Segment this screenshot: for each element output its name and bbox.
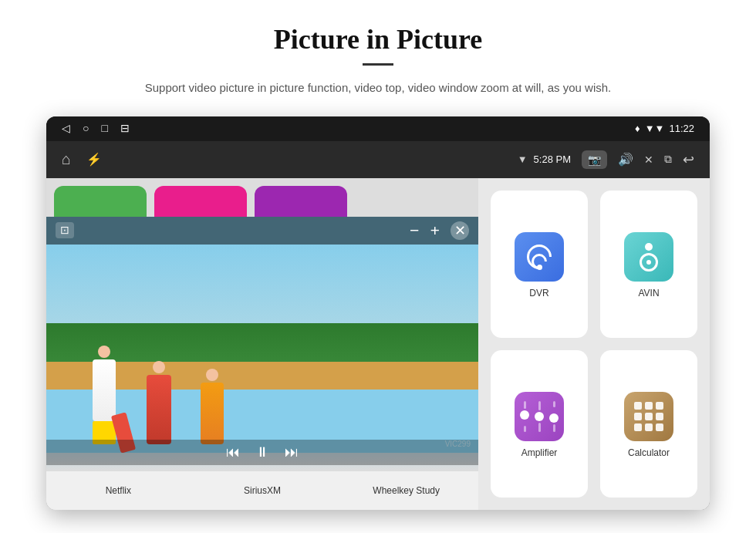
title-section: Picture in Picture Support video picture… bbox=[31, 23, 725, 98]
back-icon[interactable]: ↩ bbox=[683, 151, 694, 168]
beach-scene: VIC299 bbox=[46, 245, 478, 471]
app-bar: ⌂ ⚡ ▼ 5:28 PM 📷 🔊 ✕ ⧉ ↩ bbox=[46, 141, 710, 178]
skip-back-icon[interactable]: ⏮ bbox=[226, 444, 240, 460]
dvr-label: DVR bbox=[529, 288, 548, 299]
amplifier-symbol bbox=[517, 401, 562, 432]
dvr-app-icon bbox=[515, 232, 564, 282]
pip-window[interactable]: ⊡ − + ✕ bbox=[46, 217, 478, 471]
pip-close-button[interactable]: ✕ bbox=[451, 221, 469, 240]
pip-controls: − + ✕ bbox=[410, 221, 469, 241]
status-bar: ◁ ○ □ ⊟ ♦ ▼▼ 11:22 bbox=[46, 116, 710, 141]
signal-icon: ▼▼ bbox=[645, 123, 665, 134]
bottom-app-labels: Netflix SiriusXM Wheelkey Study bbox=[46, 471, 478, 510]
device-frame: ◁ ○ □ ⊟ ♦ ▼▼ 11:22 ⌂ ⚡ ▼ 5:28 PM bbox=[46, 116, 710, 510]
avin-symbol bbox=[640, 243, 658, 272]
calculator-app-card[interactable]: Calculator bbox=[600, 350, 697, 498]
wheelkey-label[interactable]: Wheelkey Study bbox=[334, 471, 478, 510]
usb-icon: ⚡ bbox=[86, 152, 102, 167]
avin-app-icon bbox=[624, 232, 673, 282]
clock: 11:22 bbox=[669, 123, 694, 134]
back-nav-icon[interactable]: ◁ bbox=[62, 122, 70, 135]
volume-icon[interactable]: 🔊 bbox=[618, 152, 633, 167]
pip-minus-button[interactable]: − bbox=[410, 221, 420, 241]
title-divider bbox=[363, 63, 393, 66]
calculator-symbol bbox=[631, 399, 667, 434]
calculator-app-icon bbox=[624, 392, 673, 441]
siriusxm-label[interactable]: SiriusXM bbox=[191, 471, 335, 510]
playback-controls[interactable]: ⏮ ⏸ ⏭ bbox=[46, 440, 478, 465]
media-nav-icon[interactable]: ⊟ bbox=[120, 122, 130, 135]
status-bar-right: ♦ ▼▼ 11:22 bbox=[635, 123, 694, 134]
app-grid-right: DVR AVIN bbox=[478, 178, 710, 510]
wifi-icon: ▼ bbox=[518, 153, 528, 165]
avin-app-card[interactable]: AVIN bbox=[600, 191, 697, 338]
person-2 bbox=[147, 361, 171, 444]
home-icon[interactable]: ⌂ bbox=[62, 150, 71, 168]
amplifier-app-card[interactable]: Amplifier bbox=[491, 350, 588, 498]
calculator-label: Calculator bbox=[628, 447, 670, 458]
pip-icon[interactable]: ⧉ bbox=[664, 153, 672, 166]
amplifier-app-icon bbox=[515, 392, 564, 441]
page-wrapper: Picture in Picture Support video picture… bbox=[0, 0, 756, 525]
main-area: ⊡ − + ✕ bbox=[46, 178, 710, 510]
dvr-symbol bbox=[527, 245, 552, 270]
netflix-label[interactable]: Netflix bbox=[46, 471, 191, 510]
close-icon[interactable]: ✕ bbox=[644, 153, 653, 166]
wifi-time: ▼ 5:28 PM bbox=[518, 153, 571, 165]
camera-badge[interactable]: 📷 bbox=[582, 150, 607, 169]
home-nav-icon[interactable]: ○ bbox=[83, 123, 89, 135]
app-bar-right: ▼ 5:28 PM 📷 🔊 ✕ ⧉ ↩ bbox=[518, 150, 694, 169]
app-bar-left: ⌂ ⚡ bbox=[62, 150, 102, 168]
play-pause-icon[interactable]: ⏸ bbox=[255, 444, 269, 460]
amplifier-label: Amplifier bbox=[521, 447, 558, 458]
camera-icon: 📷 bbox=[588, 153, 601, 166]
dvr-app-card[interactable]: DVR bbox=[491, 191, 588, 338]
skip-forward-icon[interactable]: ⏭ bbox=[285, 444, 299, 460]
time-display: 5:28 PM bbox=[534, 153, 571, 165]
pip-plus-button[interactable]: + bbox=[430, 221, 440, 241]
video-pip-area: ⊡ − + ✕ bbox=[46, 178, 478, 510]
avin-label: AVIN bbox=[638, 288, 659, 299]
status-bar-left: ◁ ○ □ ⊟ bbox=[62, 122, 130, 135]
page-subtitle: Support video picture in picture functio… bbox=[108, 78, 648, 98]
location-icon: ♦ bbox=[635, 123, 640, 134]
pip-camera-icon: ⊡ bbox=[56, 222, 74, 238]
person-3 bbox=[201, 369, 224, 444]
page-title: Picture in Picture bbox=[31, 23, 725, 56]
person-1 bbox=[93, 346, 116, 444]
recents-nav-icon[interactable]: □ bbox=[101, 123, 107, 135]
pip-topbar: ⊡ − + ✕ bbox=[46, 217, 478, 245]
